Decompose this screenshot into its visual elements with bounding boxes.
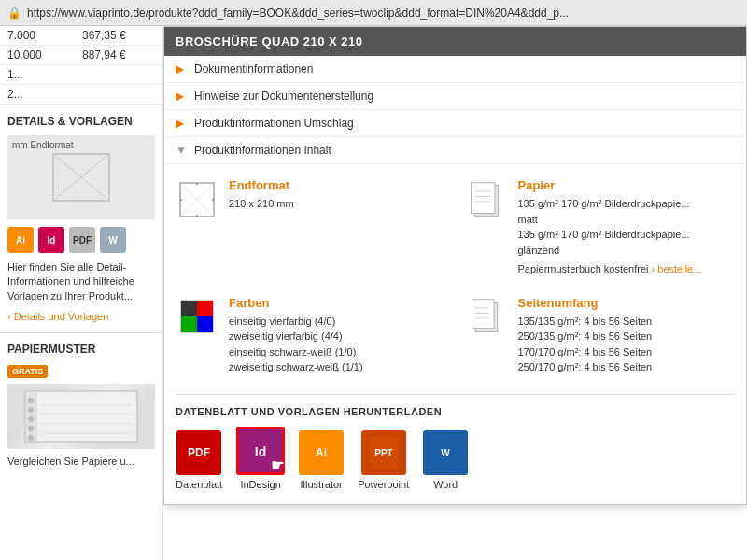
price-row: 10.000 887,94 €: [0, 46, 162, 65]
price-row: 2...: [0, 85, 162, 105]
datenblatt-label: Datenblatt: [176, 479, 222, 490]
price-qty: 1...: [7, 68, 63, 81]
ai-icon: Ai: [7, 227, 34, 253]
indesign-download-icon: Id ☛: [236, 427, 285, 475]
details-link[interactable]: Details und Vorlagen: [7, 311, 108, 322]
farben-line2: zweiseitig vierfarbig (4/4): [229, 329, 363, 344]
endformat-text: Endformat 210 x 210 mm: [229, 178, 294, 212]
price-value: 887,94 €: [82, 49, 126, 62]
svg-point-9: [28, 435, 34, 441]
word-download-icon: W: [423, 430, 468, 475]
ppt-download-icon: PPT: [361, 430, 406, 475]
seitenumfang-icon: [465, 296, 507, 338]
indesign-label: InDesign: [240, 479, 280, 490]
papier-icon: [465, 178, 507, 220]
papiermuster-preview: [7, 384, 155, 449]
mm-label: mm Endformat: [12, 140, 74, 150]
farben-line4: zweiseitig schwarz-weiß (1/1): [229, 359, 363, 375]
seitenumfang-line4: 250/170 g/m²: 4 bis 56 Seiten: [518, 359, 653, 375]
svg-rect-27: [472, 300, 494, 329]
details-section: DETAILS & VORLAGEN mm Endformat Ai Id PD…: [0, 105, 162, 333]
papier-line4: glänzend: [518, 243, 702, 259]
pdf-icon: PDF: [69, 227, 95, 253]
download-item-illustrator[interactable]: Ai Illustrator: [299, 430, 344, 490]
endformat-icon: [176, 178, 218, 220]
main-content: BROSCHÜRE QUAD 210 X 210 ▶ Dokumentinfor…: [163, 26, 747, 560]
dropdown-item-umschlag[interactable]: ▶ Produktinformationen Umschlag: [164, 110, 746, 137]
download-icons: PDF Datenblatt Id: [176, 427, 735, 490]
papier-text: Papier 135 g/m² 170 g/m² Bilderdruckpapi…: [518, 178, 702, 277]
svg-text:PPT: PPT: [374, 448, 392, 458]
dropdown-item-dokumentinfo[interactable]: ▶ Dokumentinformationen: [164, 56, 746, 83]
price-value: 367,35 €: [82, 29, 126, 42]
bestelle-link[interactable]: › bestelle...: [652, 263, 702, 274]
dropdown-item-label: Dokumentinformationen: [194, 63, 313, 76]
svg-rect-3: [25, 391, 137, 442]
browser-bar: 🔒 https://www.viaprinto.de/produkte?ddd_…: [0, 0, 747, 26]
gratis-badge: GRATIS: [7, 365, 48, 378]
software-icons: Ai Id PDF W: [7, 227, 155, 253]
seitenumfang-line3: 170/170 g/m²: 4 bis 56 Seiten: [518, 344, 653, 360]
papier-line1: 135 g/m² 170 g/m² Bilderdruckpapie...: [518, 196, 702, 212]
svg-point-5: [28, 398, 34, 403]
endformat-title: Endformat: [229, 178, 294, 192]
papier-title: Papier: [518, 178, 702, 192]
lock-icon: 🔒: [7, 7, 21, 20]
ai-download-icon: Ai: [299, 430, 344, 475]
papier-line5: Papiermusterbuch kostenfrei › bestelle..…: [518, 261, 702, 277]
info-grid: Endformat 210 x 210 mm: [176, 178, 735, 375]
arrow-icon: ▶: [176, 63, 187, 76]
id-icon: Id: [38, 227, 64, 253]
papiermuster-text: Vergleichen Sie Papiere u...: [7, 455, 155, 469]
download-item-powerpoint[interactable]: PPT Powerpoint: [358, 430, 409, 490]
download-title: DATENBLATT UND VORLAGEN HERUNTERLADEN: [176, 406, 735, 417]
info-card-endformat: Endformat 210 x 210 mm: [176, 178, 446, 277]
browser-url: https://www.viaprinto.de/produkte?ddd_fa…: [27, 7, 740, 20]
farben-text: Farben einseitig vierfarbig (4/0) zweise…: [229, 296, 363, 375]
farben-line3: einseitig schwarz-weiß (1/0): [229, 344, 363, 360]
svg-point-6: [28, 407, 34, 413]
dropdown-item-inhalt[interactable]: ▼ Produktinformationen Inhalt: [164, 137, 746, 164]
svg-point-8: [28, 426, 34, 431]
price-qty: 7.000: [7, 29, 63, 42]
seitenumfang-line2: 250/135 g/m²: 4 bis 56 Seiten: [518, 329, 653, 344]
arrow-icon: ▶: [176, 117, 187, 130]
download-item-word[interactable]: W Word: [423, 430, 468, 490]
illustrator-label: Illustrator: [301, 479, 343, 490]
more-icon: W: [100, 227, 126, 253]
pdf-download-icon: PDF: [176, 430, 221, 475]
dropdown-item-label: Produktinformationen Umschlag: [194, 117, 354, 130]
price-qty: 2...: [7, 88, 63, 101]
info-card-papier: Papier 135 g/m² 170 g/m² Bilderdruckpapi…: [465, 178, 736, 277]
svg-text:PDF: PDF: [188, 446, 210, 459]
dropdown-item-hinweise[interactable]: ▶ Hinweise zur Dokumentenerstellung: [164, 83, 746, 110]
dropdown-item-label: Hinweise zur Dokumentenerstellung: [194, 90, 374, 103]
farben-line1: einseitig vierfarbig (4/0): [229, 314, 363, 329]
price-row: 7.000 367,35 €: [0, 26, 162, 46]
papiermuster-section: PAPIERMUSTER GRATIS: [0, 333, 162, 478]
svg-text:Id: Id: [255, 444, 266, 459]
download-item-indesign[interactable]: Id ☛ InDesign: [236, 427, 285, 490]
left-sidebar: 7.000 367,35 € 10.000 887,94 € 1... 2...…: [0, 26, 163, 560]
svg-point-7: [28, 416, 34, 422]
arrow-icon: ▶: [176, 90, 187, 103]
farben-icon: [176, 296, 218, 338]
page-content: 7.000 367,35 € 10.000 887,94 € 1... 2...…: [0, 26, 747, 560]
papier-line3: 135 g/m² 170 g/m² Bilderdruckpapie...: [518, 227, 702, 243]
svg-rect-22: [472, 182, 495, 213]
info-card-farben: Farben einseitig vierfarbig (4/0) zweise…: [176, 296, 446, 375]
seitenumfang-line1: 135/135 g/m²: 4 bis 56 Seiten: [518, 314, 653, 329]
farben-title: Farben: [229, 296, 363, 310]
arrow-down-icon: ▼: [176, 144, 187, 157]
dropdown-panel: BROSCHÜRE QUAD 210 X 210 ▶ Dokumentinfor…: [163, 26, 747, 505]
endformat-value: 210 x 210 mm: [229, 196, 294, 212]
price-table: 7.000 367,35 € 10.000 887,94 € 1... 2...: [0, 26, 162, 105]
dropdown-header: BROSCHÜRE QUAD 210 X 210: [164, 27, 746, 56]
dropdown-item-label: Produktinformationen Inhalt: [194, 144, 331, 157]
word-label: Word: [433, 479, 458, 490]
details-text: Hier finden Sie alle Detail-Informatione…: [7, 260, 155, 303]
papier-line2: matt: [518, 212, 702, 228]
download-item-datenblatt[interactable]: PDF Datenblatt: [176, 430, 222, 490]
details-title: DETAILS & VORLAGEN: [7, 115, 155, 128]
powerpoint-label: Powerpoint: [358, 479, 409, 490]
